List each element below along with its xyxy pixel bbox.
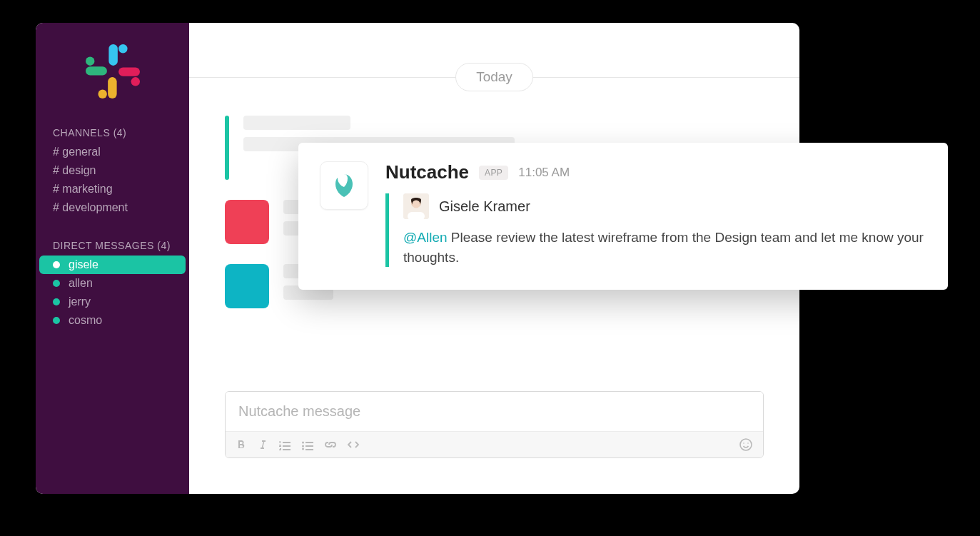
accent-bar	[225, 116, 229, 180]
svg-point-16	[413, 201, 420, 208]
code-icon[interactable]	[347, 439, 360, 450]
dm-item-gisele[interactable]: gisele	[39, 256, 186, 274]
app-badge: APP	[479, 166, 508, 180]
message-body: Please review the latest wireframe from …	[403, 230, 924, 265]
message-input[interactable]	[226, 392, 763, 431]
channel-list: # general # design # marketing # develop…	[36, 143, 189, 217]
svg-point-9	[302, 445, 304, 447]
presence-dot-icon	[53, 280, 60, 287]
svg-rect-4	[98, 90, 106, 98]
svg-rect-17	[408, 212, 425, 219]
dm-item-jerry[interactable]: jerry	[36, 293, 189, 311]
app-name: Nutcache	[385, 161, 469, 183]
emoji-icon[interactable]	[739, 438, 753, 452]
channel-item-development[interactable]: # development	[36, 198, 189, 217]
svg-rect-7	[118, 67, 140, 76]
svg-rect-3	[86, 66, 107, 75]
link-icon[interactable]	[324, 439, 337, 450]
svg-rect-0	[118, 44, 127, 53]
italic-icon[interactable]	[257, 439, 268, 450]
unordered-list-icon[interactable]	[301, 439, 314, 450]
slack-logo-icon	[86, 44, 140, 98]
bold-icon[interactable]	[236, 439, 247, 450]
svg-rect-5	[108, 77, 116, 98]
ordered-list-icon[interactable]	[278, 439, 291, 450]
message-content: Gisele Kramer @Allen Please review the l…	[385, 193, 926, 267]
dm-item-allen[interactable]: allen	[36, 274, 189, 293]
dm-item-cosmo[interactable]: cosmo	[36, 311, 189, 330]
dm-item-label: gisele	[69, 258, 98, 271]
dm-list: gisele allen jerry cosmo	[36, 256, 189, 330]
presence-dot-icon	[53, 298, 60, 305]
dm-item-label: jerry	[69, 295, 91, 308]
nutcache-logo-icon	[328, 170, 360, 201]
message-text: @Allen Please review the latest wirefram…	[403, 228, 926, 267]
text-placeholder	[243, 116, 350, 130]
composer-toolbar	[226, 431, 763, 457]
svg-rect-2	[86, 56, 94, 65]
dm-item-label: cosmo	[69, 314, 102, 327]
presence-dot-icon	[53, 317, 60, 324]
date-divider: Today	[189, 63, 799, 91]
app-avatar	[320, 161, 368, 210]
notification-card: Nutcache APP 11:05 AM Gisele Kramer @All…	[298, 143, 948, 290]
sidebar: CHANNELS (4) # general # design # market…	[36, 23, 189, 494]
message-composer	[225, 391, 764, 458]
mention[interactable]: @Allen	[403, 230, 448, 245]
channel-item-general[interactable]: # general	[36, 143, 189, 161]
channel-item-design[interactable]: # design	[36, 161, 189, 180]
avatar-placeholder	[225, 264, 269, 308]
svg-point-10	[302, 448, 304, 450]
dm-header: DIRECT MESSAGES (4)	[36, 233, 189, 256]
message-time: 11:05 AM	[518, 166, 570, 180]
svg-rect-6	[131, 77, 139, 86]
dm-item-label: allen	[69, 277, 93, 290]
author-name: Gisele Kramer	[439, 198, 530, 215]
svg-rect-1	[108, 44, 117, 66]
svg-point-11	[740, 439, 752, 450]
channel-item-marketing[interactable]: # marketing	[36, 180, 189, 198]
date-pill[interactable]: Today	[455, 63, 533, 91]
svg-point-12	[743, 443, 744, 444]
presence-dot-icon	[53, 261, 60, 268]
svg-point-8	[302, 442, 304, 444]
author-avatar	[403, 193, 429, 219]
channels-header: CHANNELS (4)	[36, 120, 189, 143]
avatar-placeholder	[225, 200, 269, 244]
svg-point-13	[747, 443, 749, 444]
